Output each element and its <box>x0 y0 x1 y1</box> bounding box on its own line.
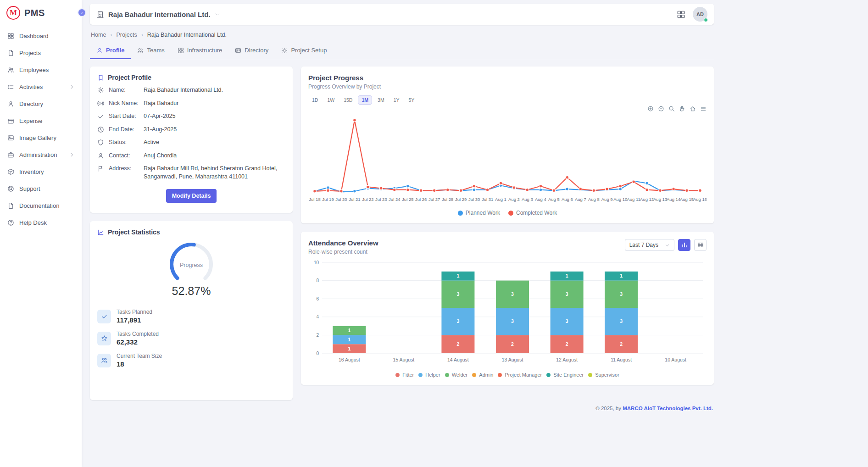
sidebar-item-documentation[interactable]: Documentation <box>0 197 82 214</box>
sidebar-item-label: Expense <box>19 117 43 124</box>
svg-text:2: 2 <box>316 333 319 338</box>
range-1m-button[interactable]: 1M <box>358 95 372 105</box>
zoom-out-icon[interactable] <box>658 106 664 112</box>
sidebar-item-expense[interactable]: Expense <box>0 112 82 129</box>
brand-logo[interactable]: M PMS <box>0 0 82 26</box>
field-value: 07-Apr-2025 <box>144 112 285 121</box>
svg-text:Jul 31: Jul 31 <box>482 197 493 202</box>
legend-item-helper[interactable]: Helper <box>418 372 440 378</box>
sidebar-item-label: Employees <box>19 67 49 73</box>
legend-dot <box>395 373 400 377</box>
days-filter-select[interactable]: Last 7 Days <box>625 239 674 251</box>
progress-line-chart[interactable]: Jul 18Jul 19Jul 20Jul 21Jul 22Jul 23Jul … <box>308 114 707 207</box>
range-1w-button[interactable]: 1W <box>323 95 338 105</box>
range-5y-button[interactable]: 5Y <box>405 95 418 105</box>
sidebar-item-employees[interactable]: Employees <box>0 61 82 78</box>
profile-field-address: Address:Raja Bahadur Mill Rd, behind She… <box>97 165 285 181</box>
range-1d-button[interactable]: 1D <box>308 95 322 105</box>
footer-company-link[interactable]: MARCO AIoT Technologies Pvt. Ltd. <box>623 406 713 411</box>
field-label: Contact: <box>109 152 139 160</box>
legend-item-supervisor[interactable]: Supervisor <box>588 372 619 378</box>
svg-text:10 August: 10 August <box>665 357 686 362</box>
sidebar-item-support[interactable]: Support <box>0 180 82 197</box>
stat-value: 18 <box>117 360 162 368</box>
svg-text:1: 1 <box>566 273 568 278</box>
svg-text:Aug 2: Aug 2 <box>508 197 520 202</box>
tab-teams[interactable]: Teams <box>131 43 171 59</box>
sidebar-item-projects[interactable]: Projects <box>0 44 82 61</box>
svg-text:0: 0 <box>316 351 319 356</box>
range-1y-button[interactable]: 1Y <box>390 95 403 105</box>
directory-icon <box>7 100 14 107</box>
sidebar-collapse-button[interactable]: ‹ <box>78 8 86 17</box>
legend-item-fitter[interactable]: Fitter <box>395 372 414 378</box>
projects-icon <box>7 50 14 56</box>
legend-item-admin[interactable]: Admin <box>472 372 493 378</box>
menu-icon[interactable] <box>700 106 707 112</box>
profile-field-status: Status:Active <box>97 139 285 147</box>
sidebar-item-activities[interactable]: Activities <box>0 78 82 95</box>
tab-directory[interactable]: Directory <box>228 43 275 59</box>
svg-text:Jul 30: Jul 30 <box>468 197 480 202</box>
sidebar-item-help-desk[interactable]: Help Desk <box>0 214 82 231</box>
svg-text:2: 2 <box>566 341 568 347</box>
home-icon[interactable] <box>690 106 696 112</box>
legend-item-welder[interactable]: Welder <box>445 372 468 378</box>
support-icon <box>7 185 14 192</box>
field-value: 31-Aug-2025 <box>144 126 285 134</box>
zoom-in-icon[interactable] <box>647 106 654 112</box>
tab-infrastructure[interactable]: Infrastructure <box>171 43 229 59</box>
legend-item-completed-work[interactable]: Completed Work <box>508 210 557 216</box>
chevron-down-icon <box>215 11 220 17</box>
sidebar-item-image-gallery[interactable]: Image Gallery <box>0 129 82 146</box>
pan-icon[interactable] <box>679 106 685 112</box>
tab-project-setup[interactable]: Project Setup <box>275 43 333 59</box>
breadcrumb-item-raja-bahadur-international-ltd[interactable]: Raja Bahadur International Ltd. <box>147 32 227 38</box>
breadcrumb-item-home[interactable]: Home <box>91 32 106 38</box>
stat-tasks-completed: Tasks Completed62,332 <box>97 331 285 346</box>
stat-label: Tasks Completed <box>117 331 159 337</box>
tab-profile[interactable]: Profile <box>90 43 131 59</box>
svg-text:11 August: 11 August <box>611 357 632 362</box>
bar-view-button[interactable] <box>678 239 690 251</box>
range-15d-button[interactable]: 15D <box>340 95 356 105</box>
sidebar-item-dashboard[interactable]: Dashboard <box>0 28 82 44</box>
legend-item-site-engineer[interactable]: Site Engineer <box>546 372 584 378</box>
sidebar-item-inventory[interactable]: Inventory <box>0 163 82 180</box>
employees-icon <box>7 67 14 73</box>
selection-zoom-icon[interactable] <box>668 106 675 112</box>
bar-chart-icon <box>681 242 688 248</box>
attendance-bar-chart[interactable]: 024681016 August11115 August14 August233… <box>308 259 707 370</box>
breadcrumb-separator: › <box>141 32 143 38</box>
sidebar-item-label: Documentation <box>19 202 59 209</box>
sidebar-item-administration[interactable]: Administration <box>0 146 82 163</box>
legend-dot <box>588 373 592 377</box>
sidebar-item-directory[interactable]: Directory <box>0 95 82 112</box>
breadcrumb-item-projects[interactable]: Projects <box>117 32 137 38</box>
legend-item-planned-work[interactable]: Planned Work <box>458 210 500 216</box>
team-icon <box>101 357 108 364</box>
svg-text:Jul 22: Jul 22 <box>362 197 373 202</box>
profile-field-name: Name:Raja Bahadur International Ltd. <box>97 86 285 95</box>
legend-item-project-manager[interactable]: Project Manager <box>498 372 542 378</box>
range-3m-button[interactable]: 3M <box>374 95 388 105</box>
svg-text:Aug 4: Aug 4 <box>535 197 546 202</box>
name-icon <box>97 87 104 94</box>
user-avatar[interactable]: AD <box>693 7 707 22</box>
sidebar-item-label: Directory <box>19 100 43 107</box>
teams-tab-icon <box>137 47 144 54</box>
stat-value: 117,891 <box>117 316 152 324</box>
company-selector[interactable]: Raja Bahadur International Ltd. <box>96 11 220 18</box>
end-date-icon <box>97 126 104 133</box>
table-view-button[interactable] <box>694 239 707 251</box>
contact-icon <box>97 152 104 159</box>
bookmark-icon <box>97 74 104 81</box>
legend-dot <box>472 373 476 377</box>
modify-details-button[interactable]: Modify Details <box>166 189 217 203</box>
svg-text:Aug 9: Aug 9 <box>601 197 613 202</box>
svg-text:6: 6 <box>316 296 319 301</box>
apps-grid-icon[interactable] <box>677 10 685 19</box>
stat-value: 62,332 <box>117 338 159 346</box>
footer: © 2025, by MARCO AIoT Technologies Pvt. … <box>91 406 713 411</box>
progress-card-title: Project Progress <box>308 74 707 82</box>
